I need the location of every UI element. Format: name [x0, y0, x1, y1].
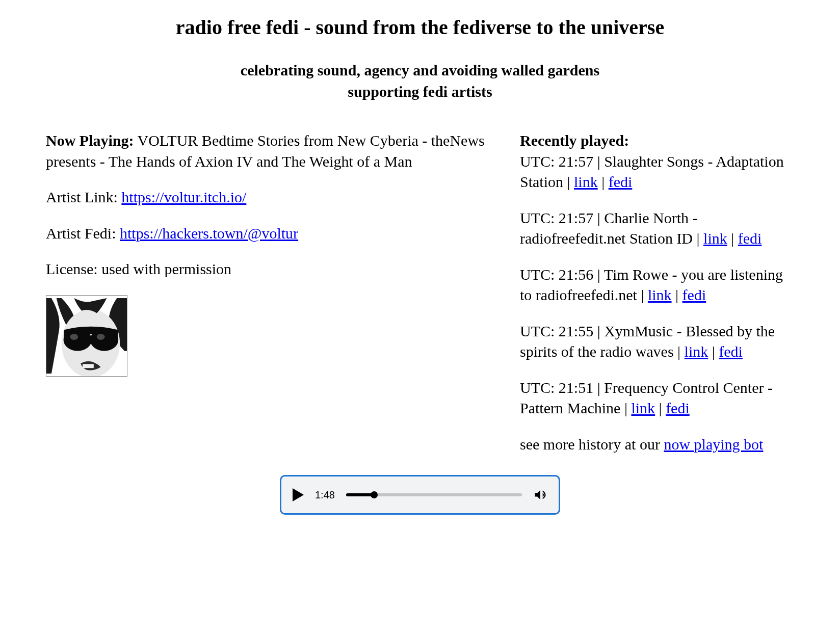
- svg-point-5: [97, 334, 105, 340]
- recently-played-label-text: Recently played:: [520, 132, 629, 149]
- progress-knob[interactable]: [371, 491, 378, 498]
- play-button[interactable]: [293, 488, 304, 501]
- recent-fedi-link[interactable]: fedi: [666, 400, 690, 416]
- page-subtitle: celebrating sound, agency and avoiding w…: [46, 60, 794, 102]
- history-prefix: see more history at our: [520, 436, 664, 453]
- artist-avatar: [46, 295, 127, 377]
- svg-rect-6: [83, 364, 94, 368]
- svg-point-4: [70, 334, 78, 340]
- license-line: License: used with permission: [46, 259, 505, 280]
- recent-fedi-link[interactable]: fedi: [609, 173, 633, 190]
- page-title: radio free fedi - sound from the fediver…: [46, 15, 794, 39]
- recent-link[interactable]: link: [631, 400, 655, 416]
- recent-sep: |: [672, 286, 682, 303]
- progress-fill: [346, 493, 374, 496]
- now-playing-column: Now Playing: VOLTUR Bedtime Stories from…: [46, 130, 505, 455]
- recent-link[interactable]: link: [703, 230, 727, 247]
- recent-sep: |: [598, 173, 609, 190]
- recent-fedi-link[interactable]: fedi: [682, 286, 706, 303]
- recently-played-label: Recently played:: [520, 130, 794, 151]
- now-playing-bot-link[interactable]: now playing bot: [664, 436, 763, 453]
- recent-item-text: UTC: 21:57 | Charlie North - radiofreefe…: [520, 209, 703, 247]
- license-label: License:: [46, 260, 101, 277]
- recent-fedi-link[interactable]: fedi: [738, 230, 762, 247]
- history-line: see more history at our now playing bot: [520, 434, 794, 455]
- recent-item: UTC: 21:55 | XymMusic - Blessed by the s…: [520, 321, 794, 362]
- artist-fedi-label: Artist Fedi:: [46, 225, 120, 242]
- recent-sep: |: [727, 230, 738, 247]
- recent-item-text: UTC: 21:57 | Slaughter Songs - Adaptatio…: [520, 153, 784, 191]
- recent-sep: |: [655, 400, 666, 416]
- recent-fedi-link[interactable]: fedi: [719, 343, 743, 360]
- artist-link-label: Artist Link:: [46, 189, 121, 205]
- recent-item: UTC: 21:56 | Tim Rowe - you are listenin…: [520, 264, 794, 306]
- now-playing-line: Now Playing: VOLTUR Bedtime Stories from…: [46, 130, 505, 172]
- recent-link[interactable]: link: [685, 343, 708, 360]
- player-time: 1:48: [315, 489, 335, 501]
- subtitle-line-2: supporting fedi artists: [348, 83, 492, 100]
- recent-link[interactable]: link: [574, 173, 598, 190]
- recent-link[interactable]: link: [648, 286, 672, 303]
- volume-icon[interactable]: [533, 488, 547, 502]
- now-playing-label: Now Playing:: [46, 132, 134, 149]
- recently-played-column: Recently played: UTC: 21:57 | Slaughter …: [520, 130, 794, 455]
- recent-item: UTC: 21:57 | Charlie North - radiofreefe…: [520, 208, 794, 249]
- recent-item: UTC: 21:57 | Slaughter Songs - Adaptatio…: [520, 151, 794, 193]
- recent-sep: |: [708, 343, 719, 360]
- artist-link[interactable]: https://voltur.itch.io/: [121, 189, 246, 205]
- license-value: used with permission: [101, 260, 231, 277]
- artist-link-line: Artist Link: https://voltur.itch.io/: [46, 187, 505, 208]
- recent-item: UTC: 21:51 | Frequency Control Center - …: [520, 378, 794, 419]
- svg-point-2: [64, 329, 92, 351]
- progress-bar[interactable]: [346, 493, 522, 496]
- audio-player-wrap: 1:48: [46, 475, 794, 515]
- audio-player[interactable]: 1:48: [280, 475, 560, 515]
- subtitle-line-1: celebrating sound, agency and avoiding w…: [241, 62, 599, 78]
- content-row: Now Playing: VOLTUR Bedtime Stories from…: [46, 130, 794, 455]
- svg-point-3: [90, 329, 118, 351]
- artist-fedi-link[interactable]: https://hackers.town/@voltur: [120, 225, 298, 242]
- artist-fedi-line: Artist Fedi: https://hackers.town/@voltu…: [46, 223, 505, 244]
